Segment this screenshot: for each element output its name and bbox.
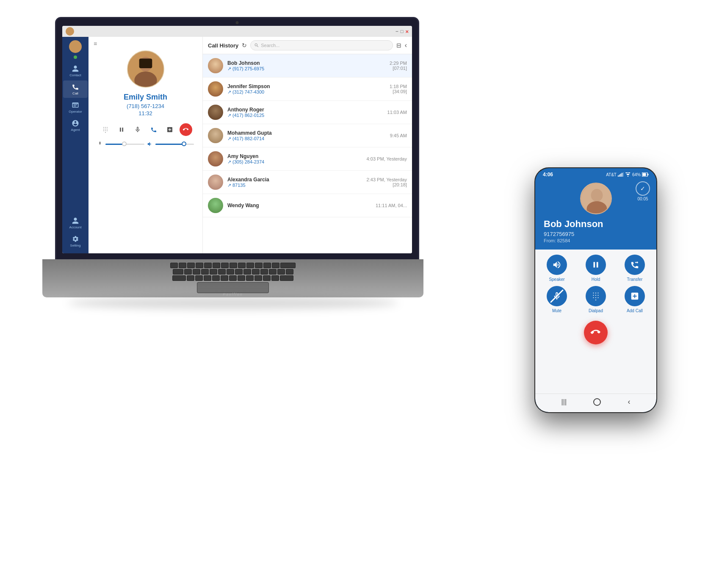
trackpad[interactable] xyxy=(197,282,269,293)
bob-phone: (917) 275-6975 xyxy=(232,66,264,71)
mohammed-phone: (417) 882-0714 xyxy=(232,136,264,141)
carrier-label: AT&T xyxy=(606,172,617,177)
active-call-duration: 11:32 xyxy=(138,110,152,116)
dialpad-action[interactable]: Dialpad xyxy=(578,286,613,313)
history-item-wendy[interactable]: Wendy Wang 11:11 AM, 04... xyxy=(203,194,412,217)
audio-slider-track[interactable] xyxy=(155,144,194,145)
hold-action-icon xyxy=(586,255,606,275)
addcall-action[interactable]: Add Call xyxy=(617,286,652,313)
phone-end-icon xyxy=(589,325,603,340)
history-list: Bob Johnson ↗ (917) 275-6975 2:29 PM [07… xyxy=(203,54,412,253)
transfer-action[interactable]: Transfer xyxy=(617,255,652,282)
transfer-action-icon xyxy=(625,255,645,275)
sidebar-item-setting[interactable]: Setting xyxy=(63,233,88,250)
phone-end-call-btn[interactable] xyxy=(584,321,608,344)
actions-row-2: Mute Dialpad Add Call xyxy=(539,286,652,313)
nav-back-icon[interactable]: ‹ xyxy=(628,397,630,406)
transfer-btn[interactable] xyxy=(147,123,160,136)
nav-lines-icon[interactable]: ||| xyxy=(561,398,567,406)
addcall-svg xyxy=(630,291,639,301)
search-box[interactable]: Search... xyxy=(250,40,393,50)
bob-name: Bob Johnson xyxy=(227,60,385,66)
amy-phone-row: ↗ (305) 284-2374 xyxy=(227,159,362,165)
history-item-bob[interactable]: Bob Johnson ↗ (917) 275-6975 2:29 PM [07… xyxy=(203,54,412,78)
hamburger-menu[interactable]: ≡ xyxy=(94,40,97,47)
anthony-time: 11:03 AM xyxy=(387,110,407,115)
webcam-dot xyxy=(236,21,239,24)
phone-bezel: 4:06 AT&T 64% xyxy=(534,167,657,413)
dialpad-btn[interactable] xyxy=(99,123,112,136)
end-call-btn[interactable] xyxy=(180,123,192,136)
caller-face-graphic xyxy=(128,50,163,88)
history-item-anthony[interactable]: Anthony Roger ↗ (417) 862-0125 11:03 AM xyxy=(203,101,412,124)
alexandra-avatar xyxy=(208,175,223,190)
phone-actions-area: Speaker Hold Transfer xyxy=(535,250,656,394)
add-call-btn[interactable] xyxy=(163,123,176,136)
window-maximize-btn[interactable]: □ xyxy=(401,29,404,34)
history-item-alexandra[interactable]: Alexandra Garcia ↗ 87135 2:43 PM, Yester… xyxy=(203,171,412,194)
transfer-action-label: Transfer xyxy=(627,277,643,282)
mute-slash xyxy=(547,286,567,306)
mohammed-meta: 9:45 AM xyxy=(390,133,407,138)
wendy-info: Wendy Wang xyxy=(227,202,371,208)
phone-time: 4:06 xyxy=(543,172,553,178)
window-close-btn[interactable]: × xyxy=(405,28,409,35)
add-call-icon xyxy=(166,126,173,133)
mic-icon xyxy=(97,141,103,147)
history-item-amy[interactable]: Amy Nguyen ↗ (305) 284-2374 4:03 PM, Yes… xyxy=(203,147,412,171)
battery-label: 64% xyxy=(632,172,641,177)
jennifer-info: Jennifer Simpson ↗ (312) 747-4300 xyxy=(227,83,385,95)
hold-icon xyxy=(118,126,125,133)
sidebar-item-agent[interactable]: Agent xyxy=(63,117,88,134)
account-icon xyxy=(72,217,79,225)
wendy-meta: 11:11 AM, 04... xyxy=(376,203,407,208)
end-call-area xyxy=(539,321,652,344)
anthony-avatar xyxy=(208,105,223,120)
volume-slider-track[interactable] xyxy=(105,144,144,145)
hold-svg xyxy=(591,260,600,269)
sidebar-item-account[interactable]: Account xyxy=(63,214,88,232)
alexandra-meta: 2:43 PM, Yesterday [20:18] xyxy=(367,177,407,187)
agent-label: Agent xyxy=(71,128,80,132)
speaker-action[interactable]: Speaker xyxy=(539,255,574,282)
svg-rect-11 xyxy=(643,173,646,176)
speaker-action-icon xyxy=(547,255,567,275)
search-icon xyxy=(254,43,259,48)
dialpad-label: Dialpad xyxy=(589,308,603,313)
transfer-svg xyxy=(630,260,639,269)
alexandra-time: 2:43 PM, Yesterday xyxy=(367,177,407,182)
refresh-btn[interactable]: ↻ xyxy=(242,42,247,49)
sidebar: Contact Call Operator Agent xyxy=(62,37,88,253)
mute-action-icon xyxy=(547,286,567,306)
jennifer-meta: 1:18 PM [34:09] xyxy=(390,84,407,94)
end-call-icon xyxy=(182,125,190,134)
sidebar-item-call[interactable]: Call xyxy=(63,80,88,98)
wendy-avatar xyxy=(208,198,223,213)
window-minimize-btn[interactable]: − xyxy=(395,28,398,34)
mute-btn[interactable] xyxy=(131,123,144,136)
mute-action[interactable]: Mute xyxy=(539,286,574,313)
audio-slider-thumb[interactable] xyxy=(182,141,186,146)
sidebar-item-operator[interactable]: Operator xyxy=(63,99,88,116)
hold-action[interactable]: Hold xyxy=(578,255,613,282)
nav-home-icon[interactable] xyxy=(593,398,601,406)
call-controls-row xyxy=(99,123,192,136)
laptop-container: − □ × Contact xyxy=(34,17,440,322)
keyboard xyxy=(42,259,423,283)
history-item-jennifer[interactable]: Jennifer Simpson ↗ (312) 747-4300 1:18 P… xyxy=(203,78,412,101)
phone-caller-from: From: 82584 xyxy=(544,238,570,243)
call-icon xyxy=(72,83,79,91)
app-window: − □ × Contact xyxy=(62,26,412,253)
amy-meta: 4:03 PM, Yesterday xyxy=(367,156,407,161)
laptop-brand-label: Pavilion xyxy=(223,292,243,297)
filter-btn[interactable]: ⊟ xyxy=(396,42,401,49)
volume-slider-thumb[interactable] xyxy=(122,141,127,146)
back-btn[interactable]: ‹ xyxy=(405,42,407,49)
history-item-mohammed[interactable]: Mohammed Gupta ↗ (417) 882-0714 9:45 AM xyxy=(203,124,412,147)
svg-rect-6 xyxy=(620,174,621,177)
svg-rect-4 xyxy=(618,175,619,177)
svg-point-13 xyxy=(591,189,603,202)
sidebar-item-contact[interactable]: Contact xyxy=(63,62,88,80)
hold-btn[interactable] xyxy=(115,123,128,136)
transfer-icon xyxy=(150,126,157,133)
